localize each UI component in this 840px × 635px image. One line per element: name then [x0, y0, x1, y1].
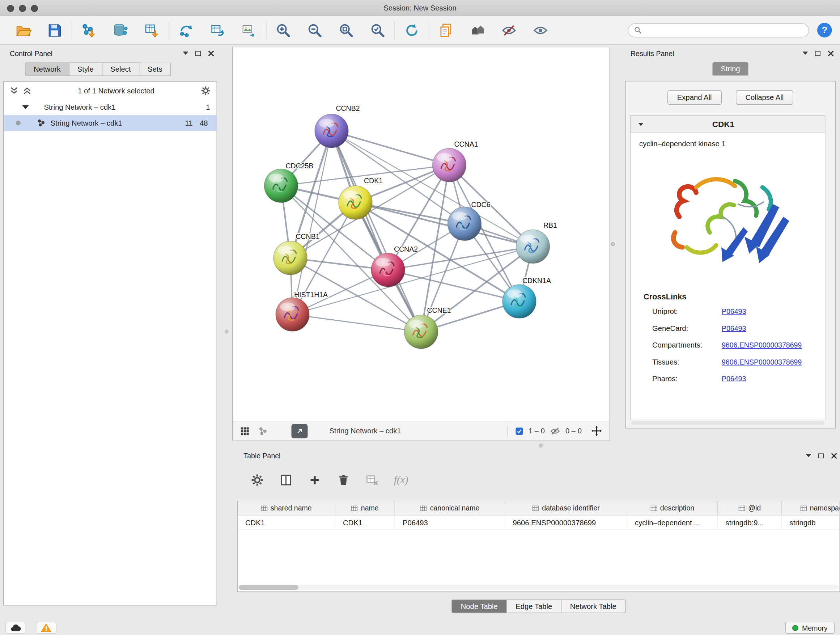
hidden-eye-slash-icon[interactable]: [549, 425, 561, 436]
network-node-CDC25B[interactable]: [264, 169, 298, 203]
save-session-button[interactable]: [46, 21, 64, 40]
zoom-selected-button[interactable]: [369, 21, 387, 40]
panel-menu-icon[interactable]: [803, 52, 808, 55]
column-header-description[interactable]: description: [627, 501, 718, 515]
tab-style[interactable]: Style: [69, 63, 103, 76]
network-edge-CCNB2-CCNA1[interactable]: [332, 131, 450, 165]
zoom-out-button[interactable]: [306, 21, 324, 40]
close-window-button[interactable]: [7, 5, 14, 12]
panel-menu-icon[interactable]: [806, 454, 812, 457]
network-node-CCNE1[interactable]: [404, 315, 438, 348]
expand-all-icon[interactable]: [22, 86, 32, 96]
export-table-button[interactable]: [208, 21, 227, 40]
column-header--id[interactable]: @id: [718, 501, 782, 515]
tab-network-table[interactable]: Network Table: [561, 600, 625, 613]
network-node-RB1[interactable]: [516, 230, 550, 264]
network-edge-HIST1H1A-CCNE1[interactable]: [293, 315, 422, 332]
crosslink-link[interactable]: 9606.ENSP00000378699: [722, 341, 802, 349]
grid-view-icon[interactable]: [240, 425, 250, 436]
table-settings-gear-icon[interactable]: [250, 473, 264, 487]
hide-graphics-details-button[interactable]: [500, 21, 518, 40]
minimize-window-button[interactable]: [19, 5, 27, 12]
collapse-all-icon[interactable]: [9, 86, 19, 96]
show-graphics-details-button[interactable]: [531, 21, 550, 40]
network-edge-CCNB2-CCNE1[interactable]: [332, 131, 422, 332]
open-session-button[interactable]: [14, 21, 33, 40]
birdseye-view-icon[interactable]: [258, 425, 269, 436]
show-columns-icon[interactable]: [279, 473, 293, 487]
column-header-name[interactable]: name: [335, 501, 395, 515]
scrollbar-thumb[interactable]: [239, 585, 298, 590]
results-horizontal-scrollbar[interactable]: [631, 421, 824, 425]
network-node-HIST1H1A[interactable]: [276, 298, 309, 331]
section-collapse-icon[interactable]: [638, 122, 644, 126]
column-header-database-identifier[interactable]: database identifier: [505, 501, 628, 515]
tree-disclosure-icon[interactable]: [22, 105, 29, 109]
table-row[interactable]: CDK1CDK1P064939606.ENSP00000378699cyclin…: [238, 516, 840, 530]
refresh-view-button[interactable]: [403, 21, 421, 40]
search-input[interactable]: [645, 26, 804, 35]
zoom-window-button[interactable]: [31, 5, 38, 12]
zoom-in-button[interactable]: [274, 21, 293, 40]
collapse-all-button[interactable]: Collapse All: [736, 90, 793, 105]
tab-string[interactable]: String: [713, 62, 748, 76]
zoom-fit-button[interactable]: [337, 21, 355, 40]
network-node-CCNB2[interactable]: [315, 114, 348, 148]
function-builder-icon[interactable]: f(x): [394, 474, 409, 486]
duplicate-view-button[interactable]: [437, 21, 455, 40]
import-network-file-button[interactable]: [80, 21, 98, 40]
search-box[interactable]: [628, 23, 809, 37]
tab-select[interactable]: Select: [103, 63, 140, 76]
tab-edge-table[interactable]: Edge Table: [507, 600, 561, 613]
tab-node-table[interactable]: Node Table: [452, 600, 507, 613]
network-row-selected[interactable]: String Network – cdk1 11 48: [4, 115, 217, 131]
tab-network[interactable]: Network: [25, 63, 69, 76]
expand-all-button[interactable]: Expand All: [668, 90, 722, 105]
crosslink-link[interactable]: 9606.ENSP00000378699: [722, 358, 802, 366]
add-column-icon[interactable]: [308, 473, 322, 487]
export-network-button[interactable]: [177, 21, 195, 40]
close-panel-icon[interactable]: [831, 453, 837, 459]
open-external-button[interactable]: [292, 424, 308, 438]
tab-sets[interactable]: Sets: [140, 63, 171, 76]
close-panel-icon[interactable]: [828, 50, 834, 57]
network-canvas[interactable]: CCNB2CCNA1CDC25BCDK1CDC6RB1CCNB1CCNA2CDK…: [233, 48, 609, 421]
network-node-CCNA1[interactable]: [433, 149, 466, 182]
network-edge-CCNB2-HIST1H1A[interactable]: [293, 131, 332, 315]
gear-icon[interactable]: [201, 86, 211, 96]
fit-content-crosshair-icon[interactable]: [591, 425, 603, 437]
bottom-splitter-handle[interactable]: [539, 444, 543, 448]
right-splitter-handle[interactable]: [611, 242, 615, 246]
column-header-shared-name[interactable]: shared name: [238, 501, 335, 515]
starter-panel-button[interactable]: [469, 21, 487, 40]
column-header-canonical-name[interactable]: canonical name: [395, 501, 505, 515]
selected-checkbox-icon[interactable]: [515, 426, 523, 435]
crosslink-link[interactable]: P06493: [722, 307, 746, 316]
network-collection-row[interactable]: String Network – cdk1 1: [4, 100, 217, 116]
import-table-button[interactable]: [143, 21, 161, 40]
delete-column-trash-icon[interactable]: [336, 473, 351, 487]
network-node-CDKN1A[interactable]: [502, 285, 536, 318]
network-edge-RB1-HIST1H1A[interactable]: [293, 247, 533, 315]
cloud-button[interactable]: [5, 622, 26, 634]
network-node-CCNA2[interactable]: [371, 253, 405, 287]
crosslink-link[interactable]: P06493: [722, 325, 746, 333]
network-edge-CCNA2-CDKN1A[interactable]: [388, 270, 519, 302]
column-header-namespac[interactable]: namespac: [782, 501, 840, 515]
network-node-CDC6[interactable]: [448, 207, 482, 241]
warnings-button[interactable]: [36, 622, 57, 634]
float-panel-icon[interactable]: [195, 51, 201, 56]
left-splitter-handle[interactable]: [225, 330, 229, 334]
crosslink-link[interactable]: P06493: [722, 375, 746, 383]
network-node-CDK1[interactable]: [339, 186, 372, 219]
float-panel-icon[interactable]: [815, 51, 821, 56]
export-image-button[interactable]: [240, 21, 258, 40]
gene-section-header[interactable]: CDK1: [630, 116, 825, 133]
close-panel-icon[interactable]: [208, 50, 214, 57]
help-button[interactable]: ?: [817, 23, 832, 38]
table-horizontal-scrollbar[interactable]: [239, 585, 838, 590]
memory-button[interactable]: Memory: [785, 622, 835, 634]
panel-menu-icon[interactable]: [183, 52, 188, 55]
import-network-database-button[interactable]: [111, 21, 130, 40]
float-panel-icon[interactable]: [818, 453, 824, 458]
